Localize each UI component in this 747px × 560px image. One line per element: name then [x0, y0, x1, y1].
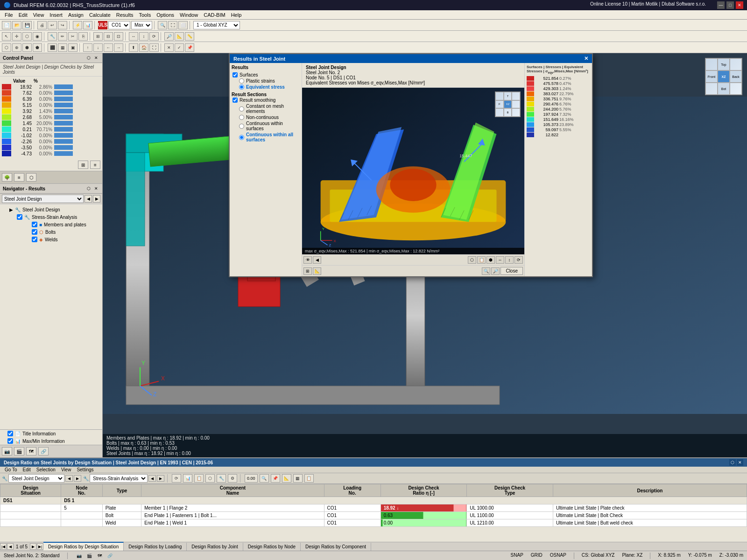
tab-joint[interactable]: Design Ratios by Joint — [187, 543, 243, 551]
tb-view1[interactable]: 🔍 — [158, 21, 167, 29]
nav-design-select[interactable]: Steel Joint Design — [2, 195, 84, 203]
nav-steel-joint-design[interactable]: ▶ 🔧 Steel Joint Design — [2, 206, 100, 213]
menu-edit[interactable]: Edit — [16, 10, 30, 19]
tb2-4[interactable]: ◉ — [33, 32, 42, 41]
panel-link-btn[interactable]: 🔗 — [38, 447, 49, 455]
nav-float-btn[interactable]: ⬡ — [85, 185, 92, 192]
panel-view-btn1[interactable]: ⊞ — [78, 161, 88, 169]
status-grid[interactable]: GRID — [531, 553, 543, 559]
tb-calc[interactable]: ⚡ — [73, 21, 82, 29]
nav-title-check[interactable] — [7, 431, 13, 436]
panel-close-btn[interactable]: ✕ — [93, 55, 99, 61]
tb2-15[interactable]: 🔎 — [164, 32, 174, 41]
tb3-1[interactable]: ⬡ — [2, 43, 11, 52]
tb3-11[interactable]: → — [114, 43, 123, 52]
cube-center[interactable]: XZ — [718, 70, 730, 83]
tb3-6[interactable]: ▦ — [58, 43, 67, 52]
nav-next[interactable]: ▶ — [30, 543, 36, 550]
bp-design-combo[interactable]: Steel Joint Design — [8, 474, 64, 483]
tree-plastic-strains[interactable]: Plastic strains — [238, 78, 300, 84]
tb3-16[interactable]: ✓ — [175, 43, 184, 52]
nav-members-plates[interactable]: ■ Members and plates — [24, 221, 100, 228]
tb3-10[interactable]: ← — [104, 43, 113, 52]
nav-last[interactable]: ▶| — [37, 543, 43, 550]
tb3-7[interactable]: ▣ — [68, 43, 78, 52]
dlg-tb-3[interactable]: ⬡ — [468, 256, 476, 264]
nav-welds-check[interactable] — [32, 237, 37, 242]
tb3-15[interactable]: ✕ — [164, 43, 174, 52]
bp-menu-edit[interactable]: Edit — [20, 467, 34, 472]
tree-smoothing-check[interactable] — [233, 98, 238, 103]
tree-contsurface-radio[interactable] — [239, 124, 244, 129]
bp-menu-selection[interactable]: Selection — [34, 467, 58, 472]
tree-noncont-radio[interactable] — [239, 115, 244, 120]
nav-maxmin-info[interactable]: 📊 Max/Min Information — [0, 437, 102, 445]
bp-tb8[interactable]: 📌 — [271, 474, 280, 483]
panel-float-btn[interactable]: ⬡ — [85, 55, 92, 61]
tb3-14[interactable]: ⛶ — [149, 43, 159, 52]
bp-combo2-next[interactable]: ▶ — [157, 475, 164, 482]
nav-bolts[interactable]: ⬡ Bolts — [24, 228, 100, 236]
tree-constant-radio[interactable] — [239, 106, 244, 112]
tb2-7[interactable]: ✂ — [68, 32, 78, 41]
nav-stress-strain[interactable]: 🔧 Stress-Strain Analysis — [9, 213, 100, 221]
tb2-16[interactable]: 📐 — [175, 32, 184, 41]
uls-button[interactable]: ULS — [98, 21, 107, 29]
tb2-10[interactable]: ⊟ — [104, 32, 113, 41]
dlg-tb-6[interactable]: ↔ — [496, 256, 504, 264]
menu-results[interactable]: Results — [113, 10, 136, 19]
status-osnap[interactable]: OSNAP — [550, 553, 566, 559]
panel-view-btn2[interactable]: ≡ — [90, 161, 100, 169]
tree-result-smoothing[interactable]: Result smoothing — [232, 97, 300, 103]
tb2-2[interactable]: ✛ — [12, 32, 21, 41]
tb3-3[interactable]: ⬢ — [22, 43, 32, 52]
tree-contall-radio[interactable] — [239, 135, 244, 140]
tab-design-situation[interactable]: Design Ratios by Design Situation — [43, 542, 124, 551]
tree-constant-mesh[interactable]: Constant on mesh elements — [238, 103, 300, 114]
dlg-tb-1[interactable]: 👁 — [303, 256, 312, 264]
tb2-13[interactable]: ↕ — [139, 32, 148, 41]
dlg-tb2-4[interactable]: 🔎 — [491, 267, 500, 275]
tb3-4[interactable]: ⬟ — [33, 43, 42, 52]
coord-system[interactable]: 1 - Global XYZ — [193, 21, 240, 29]
bp-tb4[interactable]: ⬡ — [205, 474, 215, 483]
tb3-9[interactable]: ↓ — [93, 43, 103, 52]
nav-prev-btn[interactable]: ◀ — [85, 195, 92, 203]
tb-results[interactable]: 📊 — [83, 21, 92, 29]
menu-window[interactable]: Window — [177, 10, 201, 19]
menu-cadbim[interactable]: CAD-BIM — [201, 10, 228, 19]
dlg-tb2-2[interactable]: 📐 — [313, 267, 321, 275]
nav-cube[interactable]: Top Front XZ Back Bot — [705, 58, 742, 95]
dlg-cube-center[interactable]: XZ — [504, 100, 512, 109]
tb2-3[interactable]: ⬡ — [22, 32, 32, 41]
tb3-8[interactable]: ↑ — [83, 43, 92, 52]
tb2-6[interactable]: ✏ — [58, 32, 67, 41]
status-snap[interactable]: SNAP — [511, 553, 523, 559]
tb-open[interactable]: 📂 — [12, 21, 21, 29]
bp-combo1-prev[interactable]: ◀ — [65, 475, 73, 482]
bp-pct-btn[interactable]: 0.00 — [245, 474, 258, 483]
table-row-3[interactable]: Weld End Plate 1 | Weld 1 CO1 0.00 UL 12… — [0, 519, 747, 527]
tb-view2[interactable]: ⛶ — [168, 21, 177, 29]
bp-menu-settings[interactable]: Settings — [74, 467, 96, 472]
tb2-1[interactable]: ↖ — [2, 32, 11, 41]
table-row-1[interactable]: 5 Plate Member 1 | Flange 2 CO1 18.92 ↓ … — [0, 504, 747, 512]
nav-close-btn[interactable]: ✕ — [93, 185, 99, 192]
tree-surfaces[interactable]: Surfaces — [232, 72, 300, 78]
nav-bolts-check[interactable] — [32, 229, 37, 235]
bp-menu-view[interactable]: View — [58, 467, 74, 472]
dialog-close-button[interactable]: Close — [500, 267, 523, 275]
dlg-tb-4[interactable]: 📋 — [477, 256, 486, 264]
tree-plastic-radio[interactable] — [239, 78, 244, 84]
tb3-13[interactable]: 🏠 — [139, 43, 148, 52]
bp-combo2-prev[interactable]: ◀ — [148, 475, 156, 482]
maximize-button[interactable]: □ — [726, 1, 734, 9]
menu-insert[interactable]: Insert — [47, 10, 65, 19]
nav-prev[interactable]: ◀ — [7, 543, 14, 550]
bp-tb11[interactable]: 📋 — [304, 474, 314, 483]
nav-extra-btn[interactable]: ⬡ — [26, 173, 36, 182]
tb3-5[interactable]: ⬛ — [48, 43, 57, 52]
dlg-tb-2[interactable]: ◀ — [313, 256, 321, 264]
menu-view[interactable]: View — [30, 10, 47, 19]
bottom-panel-close-btn[interactable]: ✕ — [737, 459, 743, 466]
